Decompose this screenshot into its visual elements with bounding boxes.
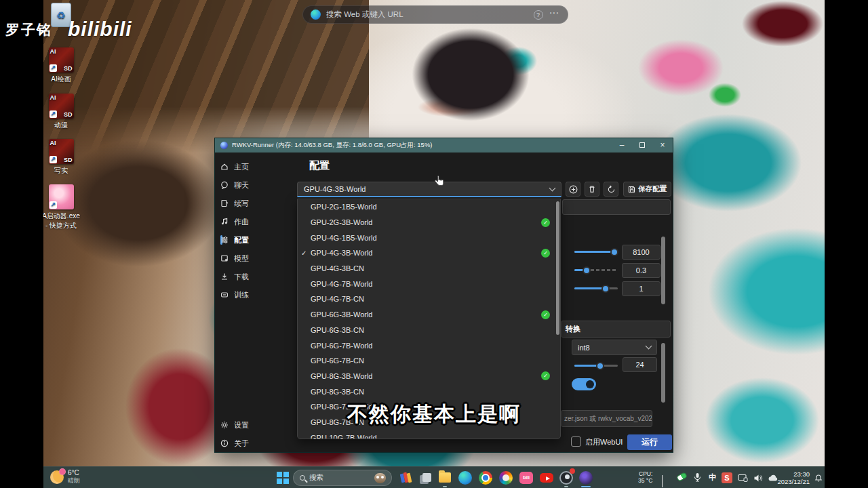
layers-slider[interactable]: [574, 365, 618, 367]
temperature-slider[interactable]: [574, 269, 618, 271]
taskbar-search-box[interactable]: 搜索: [293, 470, 392, 486]
tray-pill-icon[interactable]: [677, 474, 687, 480]
launcher-thumbnail-icon: ↗: [49, 184, 74, 209]
search-highlight-owl-image: [374, 473, 386, 483]
shortcut-arrow-icon: ↗: [50, 156, 57, 163]
taskbar-file-explorer[interactable]: [437, 470, 453, 486]
right-panel-scrollbar-2[interactable]: [661, 343, 665, 403]
dropdown-option[interactable]: ✓GPU-4G-1B5-World✓: [298, 230, 560, 245]
running-indicator: [443, 486, 447, 488]
dropdown-option[interactable]: ✓GPU-4G-3B-CN✓: [298, 261, 560, 277]
minimize-button[interactable]: –: [612, 138, 632, 152]
sidebar-item-composition[interactable]: 作曲: [220, 214, 292, 230]
enable-webui-label: 启用WebUI: [585, 437, 623, 447]
tray-show-hidden-icons[interactable]: [662, 475, 663, 487]
dropdown-option[interactable]: ✓GPU-6G-7B-World✓: [298, 338, 560, 353]
model-cube-icon: [220, 254, 229, 262]
tray-date: 2023/12/21: [777, 478, 810, 485]
edge-search-bar[interactable]: 搜索 Web 或键入 URL ? ···: [302, 5, 568, 24]
close-button[interactable]: ×: [652, 138, 673, 152]
sidebar-item-configs[interactable]: 配置: [220, 232, 292, 248]
sidebar-item-home[interactable]: 主页: [220, 159, 292, 175]
download-icon: [220, 272, 229, 281]
delete-config-button[interactable]: [585, 182, 599, 197]
sidebar-item-chat[interactable]: 聊天: [220, 177, 292, 193]
home-icon: [220, 163, 229, 171]
convert-button[interactable]: 转换: [561, 321, 671, 338]
dropdown-option[interactable]: ✓GPU-2G-3B-World✓: [298, 215, 560, 230]
config-combobox[interactable]: GPU-4G-3B-World: [297, 182, 561, 197]
taskbar-color-wheel-app[interactable]: [498, 470, 514, 486]
dropdown-option[interactable]: ✓GPU-4G-7B-World✓: [298, 276, 560, 291]
taskbar-app-paint-tool[interactable]: [397, 470, 414, 486]
chevron-down-icon: [549, 184, 556, 191]
reset-config-button[interactable]: [604, 182, 618, 197]
sidebar-item-completion[interactable]: 续写: [220, 195, 292, 211]
tray-ime-indicator[interactable]: 中: [709, 472, 717, 483]
add-config-button[interactable]: [566, 182, 580, 197]
tray-clock[interactable]: 23:30 2023/12/21: [777, 470, 810, 485]
help-icon[interactable]: ?: [534, 10, 543, 20]
watermark-artist: 罗子铭: [5, 20, 52, 39]
info-icon: [220, 439, 229, 447]
shortcut-arrow-icon: ↗: [50, 64, 57, 72]
weather-moon-icon: [50, 470, 64, 484]
taskbar-task-view[interactable]: [417, 470, 433, 486]
ai-sd-thumbnail-icon: AI SD ↗: [49, 94, 74, 119]
taskbar-edge[interactable]: [457, 470, 473, 486]
dropdown-option[interactable]: ✓GPU-6G-7B-CN✓: [298, 353, 560, 369]
taskbar-bilibili[interactable]: bili: [518, 470, 534, 486]
sidebar-item-models[interactable]: 模型: [220, 250, 292, 266]
desktop-icon-ai-paint[interactable]: AI SD ↗ AI绘画: [43, 47, 91, 84]
custom-cuda-toggle[interactable]: [572, 378, 596, 390]
quantization-select[interactable]: int8: [572, 340, 657, 355]
sidebar-item-train[interactable]: 训练: [220, 287, 292, 303]
taskbar-rwkv-runner-active[interactable]: [578, 470, 594, 486]
run-button[interactable]: 运行: [627, 434, 672, 450]
dropdown-option-selected[interactable]: ✓GPU-4G-3B-World✓: [298, 245, 560, 261]
top-p-value[interactable]: 1: [622, 281, 660, 296]
tray-speaker-icon[interactable]: [753, 473, 763, 485]
taskbar-weather-widget[interactable]: 6°C 晴朗: [50, 469, 80, 485]
sidebar-item-about[interactable]: 关于: [220, 435, 292, 451]
chat-icon: [220, 181, 229, 189]
dropdown-option[interactable]: ✓GPU-6G-3B-World✓: [298, 307, 560, 323]
search-label: 搜索: [309, 473, 323, 483]
pencil-doc-icon: [220, 199, 229, 207]
desktop-icon-label: 写实: [43, 166, 91, 176]
dropdown-option[interactable]: ✓GPU-10G-7B-World✓: [298, 430, 560, 439]
config-combobox-value: GPU-4G-3B-World: [304, 185, 366, 193]
temperature-value[interactable]: 0.3: [622, 263, 660, 278]
dropdown-scrollbar[interactable]: [556, 201, 559, 335]
dropdown-option[interactable]: ✓GPU-8G-3B-CN✓: [298, 384, 560, 399]
tray-microphone-icon[interactable]: [693, 472, 702, 485]
sliders-icon: [220, 236, 229, 244]
desktop-icon-realistic[interactable]: AI SD ↗ 写实: [43, 139, 91, 176]
save-config-button[interactable]: 保存配置: [623, 182, 671, 197]
window-titlebar[interactable]: RWKV-Runner (内存: 14.0/63.8 GB, 显存: 1.8/6…: [215, 138, 673, 152]
tray-notification-bell-icon[interactable]: [814, 473, 823, 485]
taskbar-chrome[interactable]: [477, 470, 494, 486]
max-tokens-value[interactable]: 8100: [622, 245, 660, 260]
enable-webui-checkbox[interactable]: [571, 436, 581, 447]
layers-value[interactable]: 24: [623, 357, 657, 372]
taskbar-youtube[interactable]: [538, 470, 555, 486]
desktop-icon-anime[interactable]: AI SD ↗ 动漫: [43, 94, 91, 130]
sidebar-item-downloads[interactable]: 下载: [220, 268, 292, 285]
tray-display-icon[interactable]: [738, 473, 748, 485]
start-button[interactable]: [277, 472, 288, 483]
right-panel-scrollbar[interactable]: [661, 237, 665, 304]
dropdown-option[interactable]: ✓GPU-2G-1B5-World✓: [298, 199, 560, 215]
top-p-slider[interactable]: [574, 287, 618, 289]
maximize-button[interactable]: [632, 138, 652, 152]
tray-sogou-icon[interactable]: S: [722, 472, 732, 483]
dropdown-option[interactable]: ✓GPU-8G-3B-World✓: [298, 369, 560, 384]
edge-search-placeholder: 搜索 Web 或键入 URL: [326, 9, 403, 20]
max-tokens-slider[interactable]: [574, 251, 618, 253]
dropdown-option[interactable]: ✓GPU-6G-3B-CN✓: [298, 323, 560, 338]
more-icon[interactable]: ···: [550, 9, 560, 17]
taskbar-obs[interactable]: [558, 470, 574, 486]
desktop-icon-launcher[interactable]: ↗ A启动器.exe - 快捷方式: [43, 184, 91, 230]
dropdown-option[interactable]: ✓GPU-4G-7B-CN✓: [298, 291, 560, 307]
config-name-input[interactable]: [562, 199, 671, 215]
